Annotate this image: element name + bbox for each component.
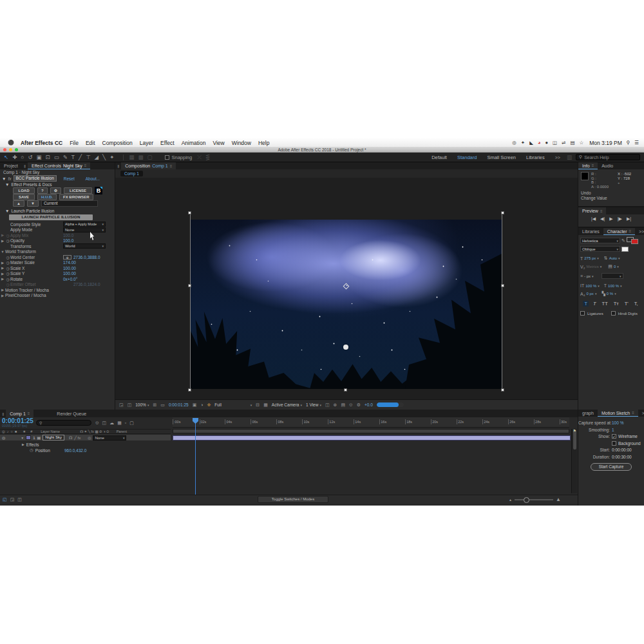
mask-visibility-icon[interactable]: ▭ [160,402,165,408]
leading-value[interactable]: Auto [609,256,617,260]
timeline-button-icon[interactable]: ▤ [341,402,345,408]
settings-gear-button[interactable]: ⚙ [50,187,61,194]
layer-name-column-header[interactable]: Layer Name [41,430,60,433]
smoothing-value[interactable]: 1 [612,428,614,432]
stopwatch-icon[interactable]: ◷ [5,233,10,238]
capture-speed-value[interactable]: 100 % [612,421,623,425]
last-frame-button[interactable]: ▶| [627,216,631,222]
subscript-toggle[interactable]: T, [633,301,639,307]
particle-emitter-point[interactable] [343,345,348,350]
superscript-toggle[interactable]: T' [623,301,630,307]
magnification-monitor-icon[interactable]: ◫ [128,402,132,408]
layer-effects-group[interactable]: Effects [26,442,39,447]
scale-y-value[interactable]: 100.00 [63,271,76,276]
menu-composition[interactable]: Composition [102,140,133,146]
twirl-icon[interactable]: ▼ [0,250,5,254]
audio-badge-icon[interactable]: ◕ [538,140,541,146]
font-family-dropdown[interactable]: Helvetica▾ [580,238,620,243]
vertical-scale-value[interactable]: 100 % [585,284,596,288]
flowchart-icon[interactable]: ⎊ [349,402,353,408]
keyboard-brightness-icon[interactable]: ◎ [512,140,516,146]
type-tool[interactable]: T [71,153,75,162]
zoom-tool[interactable]: ○ [21,153,24,162]
panel-menu-icon[interactable]: ≡ [170,164,173,168]
position-property[interactable]: Position [35,448,50,453]
snap-option-1-icon[interactable]: ⤫ [197,153,202,162]
timeline-ruler[interactable]: :00s02s 04s06s 08s10s 12s14s 16s18s 20s2… [173,417,569,428]
group-motion-tracker[interactable]: Motion Tracker / Mocha [5,288,49,292]
eraser-tool[interactable]: ◢ [95,153,99,162]
fill-swatch[interactable] [621,247,629,252]
font-style-dropdown[interactable]: Oblique▾ [580,246,620,252]
twirl-icon[interactable]: ▶ [0,272,5,276]
expand-layer-switches-icon[interactable]: ◱ [3,497,7,502]
safe-margins-icon[interactable]: ⊞ [153,402,156,408]
twirl-icon[interactable]: ▶ [0,239,5,243]
position-stopwatch-icon[interactable]: ◷ [30,448,33,453]
parent-column-header[interactable]: Parent [117,430,127,433]
zoom-dropdown[interactable]: 100%▾ [135,402,149,407]
comp-marker-bin-icon[interactable]: ⚑ [573,428,576,433]
faux-bold-toggle[interactable]: T [583,301,589,307]
toggle-switches-modes-button[interactable]: Toggle Switches / Modes [258,496,328,503]
rotate-value[interactable]: 0x+0.0° [63,277,77,281]
clone-stamp-tool[interactable]: ⊤ [86,153,90,162]
start-capture-button[interactable]: Start Capture [591,463,632,471]
help-button[interactable]: ? [37,187,48,194]
snap-option-2-icon[interactable]: ⋚ [205,153,210,162]
comp-breadcrumb-chip[interactable]: Comp 1 [120,171,143,176]
master-scale-value[interactable]: 174.00 [63,260,76,265]
timeline-zoom-control[interactable]: ▲ ▲ [509,497,561,502]
layer-duration-bar[interactable] [173,435,571,440]
effect-twirl-icon[interactable]: ▼ [2,176,6,181]
menu-effect[interactable]: Effect [160,140,175,146]
parent-pickwhip-icon[interactable]: ◎ [88,435,91,440]
hindi-digits-checkbox[interactable] [611,311,616,316]
effect-reset-link[interactable]: Reset [64,176,75,181]
menu-app-name[interactable]: After Effects CC [21,140,62,146]
world-center-value[interactable]: 2736.0,3888.0 [73,255,100,260]
stroke-color-swatch[interactable] [631,239,638,244]
group-twirl-icon[interactable]: ▼ [5,209,9,213]
tab-composition[interactable]: Composition Comp 1 ≡ [121,162,176,169]
tab-preview[interactable]: Preview≡ [578,207,606,214]
group-pixelchooser[interactable]: PixelChooser / Mocha [5,293,46,298]
selection-tool[interactable]: ↖ [4,153,8,162]
hide-shy-layers-icon[interactable]: ☁ [109,421,114,426]
show-snapshot-icon[interactable]: ◑ [200,402,203,407]
roto-brush-tool[interactable]: ╲ [102,153,106,162]
rotate-tool[interactable]: ↺ [28,153,32,162]
always-preview-icon[interactable]: ◲ [119,402,124,408]
timeline-vertical-scrollbar[interactable] [571,429,577,493]
workspace-default[interactable]: Default [431,155,447,160]
apple-logo-icon[interactable]: ⚫ [8,140,14,146]
resolution-dropdown[interactable]: Full▾ [214,402,252,407]
graph-editor-icon[interactable]: ▢ [129,421,134,426]
menu-view[interactable]: View [213,140,224,146]
shape-tool[interactable]: ▭ [54,153,59,162]
wireframe-checkbox[interactable] [612,434,616,439]
night-sky-footage[interactable] [191,220,502,389]
tab-character[interactable]: Character≡ [603,228,635,235]
expand-transfer-controls-icon[interactable]: ◲ [10,497,15,502]
ligatures-checkbox[interactable] [580,311,585,316]
tab-libraries[interactable]: Libraries [578,228,603,235]
camera-tool[interactable]: ▣ [37,153,42,162]
exposure-value[interactable]: +0.0 [365,402,373,407]
tab-audio[interactable]: Audio [598,162,617,169]
previous-frame-button[interactable]: ◀| [600,216,605,222]
tab-paragraph-partial[interactable]: graph [578,410,598,417]
stroke-width-value[interactable]: - px [584,274,591,278]
all-caps-toggle[interactable]: TT [601,301,609,307]
eyedropper-icon[interactable]: ✎ [621,238,625,243]
brush-tool[interactable]: ╱ [79,153,82,162]
stopwatch-icon[interactable]: ◷ [5,277,10,281]
layer-fx-switch[interactable]: ╱ fx [74,435,80,440]
fast-previews-icon[interactable]: ⊛ [334,402,337,408]
composite-style-dropdown[interactable]: Alpha + Apply Mode▾ [63,222,106,227]
pan-behind-tool[interactable]: ⊡ [46,153,50,162]
save-button[interactable]: SAVE [13,194,35,200]
sync-arrows-icon[interactable]: ⇌ [562,140,565,146]
menu-layer[interactable]: Layer [140,140,153,146]
tab-project[interactable]: Project [0,162,22,169]
